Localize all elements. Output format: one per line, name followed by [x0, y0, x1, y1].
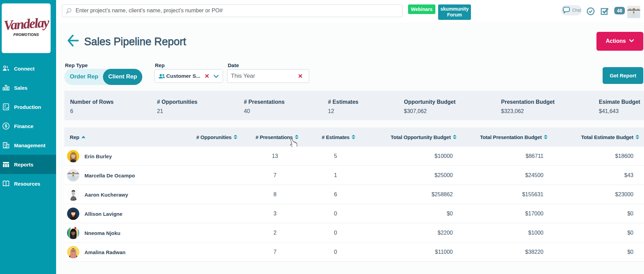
svg-text:$: $ [5, 124, 7, 128]
